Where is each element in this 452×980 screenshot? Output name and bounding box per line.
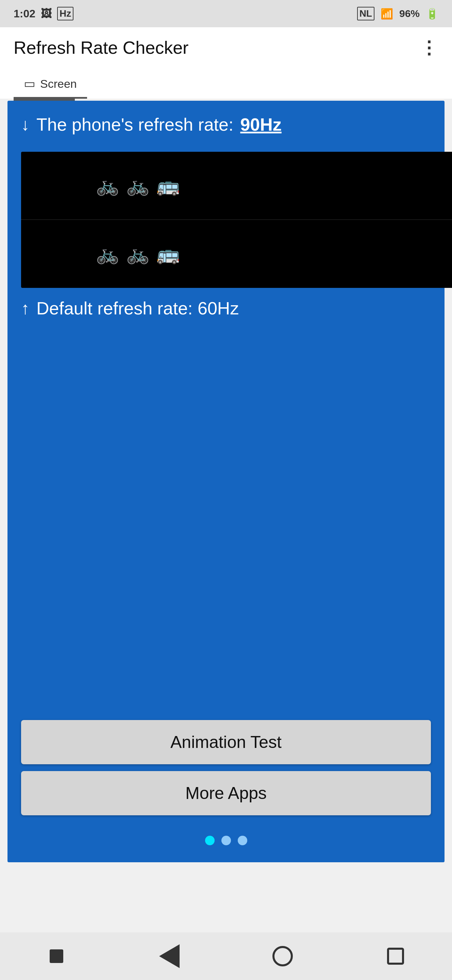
refresh-rate-value: 90Hz: [240, 115, 281, 135]
bike3-icon: 🚲: [96, 243, 119, 265]
vehicle-icons-top: 🚲 🚲 🚌: [96, 175, 180, 197]
animation-test-label: Animation Test: [170, 732, 282, 752]
more-apps-button[interactable]: More Apps: [21, 771, 431, 815]
screen-tab-icon: ▭: [24, 76, 35, 91]
tab-screen[interactable]: ▭ Screen: [14, 70, 87, 99]
status-bar-left: 1:02 🖼 Hz: [14, 7, 73, 21]
bike4-icon: 🚲: [126, 243, 150, 265]
stop-icon: [50, 950, 63, 963]
bus2-icon: 🚌: [157, 243, 180, 265]
tab-bar: ▭ Screen: [0, 68, 452, 99]
arrow-up-icon: ↑: [21, 298, 30, 318]
nfc-icon: NL: [357, 7, 374, 21]
recent-icon: [387, 948, 404, 965]
status-bar: 1:02 🖼 Hz NL 📶 96% 🔋: [0, 0, 452, 27]
refresh-rate-label: The phone's refresh rate:: [36, 115, 233, 135]
stop-button[interactable]: [43, 943, 70, 970]
app-title: Refresh Rate Checker: [14, 37, 189, 58]
animation-box: 🚲 🚲 🚌 🚲 🚲 🚌: [21, 152, 452, 288]
default-refresh-footer: ↑ Default refresh rate: 60Hz: [8, 288, 444, 325]
back-button[interactable]: [156, 943, 183, 970]
photo-icon: 🖼: [41, 8, 52, 20]
bottom-nav: [0, 932, 452, 980]
page-dot-2: [221, 836, 231, 845]
more-apps-label: More Apps: [186, 783, 266, 803]
time-display: 1:02: [14, 8, 35, 20]
main-content-area: ↓ The phone's refresh rate: 90Hz 🚲 🚲 🚌 🚲…: [8, 101, 444, 862]
signal-icon: 📶: [381, 8, 393, 20]
status-bar-right: NL 📶 96% 🔋: [357, 7, 438, 21]
content-spacer: [8, 346, 444, 720]
tab-screen-label: Screen: [40, 77, 77, 91]
bottom-spacer: [0, 862, 452, 896]
home-icon: [273, 946, 293, 966]
bike2-icon: 🚲: [126, 175, 150, 197]
refresh-rate-header: ↓ The phone's refresh rate: 90Hz: [8, 101, 444, 142]
arrow-down-icon: ↓: [21, 115, 30, 134]
animation-test-button[interactable]: Animation Test: [21, 720, 431, 764]
page-dot-3: [238, 836, 247, 845]
animation-row-bottom: 🚲 🚲 🚌: [21, 220, 452, 288]
menu-button[interactable]: ⋮: [420, 37, 438, 58]
recent-apps-button[interactable]: [382, 943, 409, 970]
bus1-icon: 🚌: [157, 175, 180, 197]
vehicle-icons-bottom: 🚲 🚲 🚌: [96, 243, 180, 265]
back-icon: [159, 944, 179, 968]
home-button[interactable]: [269, 943, 296, 970]
bike1-icon: 🚲: [96, 175, 119, 197]
sim-icon: Hz: [57, 7, 73, 21]
animation-row-top: 🚲 🚲 🚌: [21, 152, 452, 220]
battery-icon: 🔋: [426, 8, 438, 20]
default-refresh-label: Default refresh rate: 60Hz: [36, 298, 239, 318]
buttons-container: Animation Test More Apps: [8, 720, 444, 829]
page-dot-1: [205, 836, 215, 845]
battery-level: 96%: [399, 8, 420, 19]
app-bar: Refresh Rate Checker ⋮: [0, 27, 452, 68]
page-indicators: [8, 829, 444, 856]
